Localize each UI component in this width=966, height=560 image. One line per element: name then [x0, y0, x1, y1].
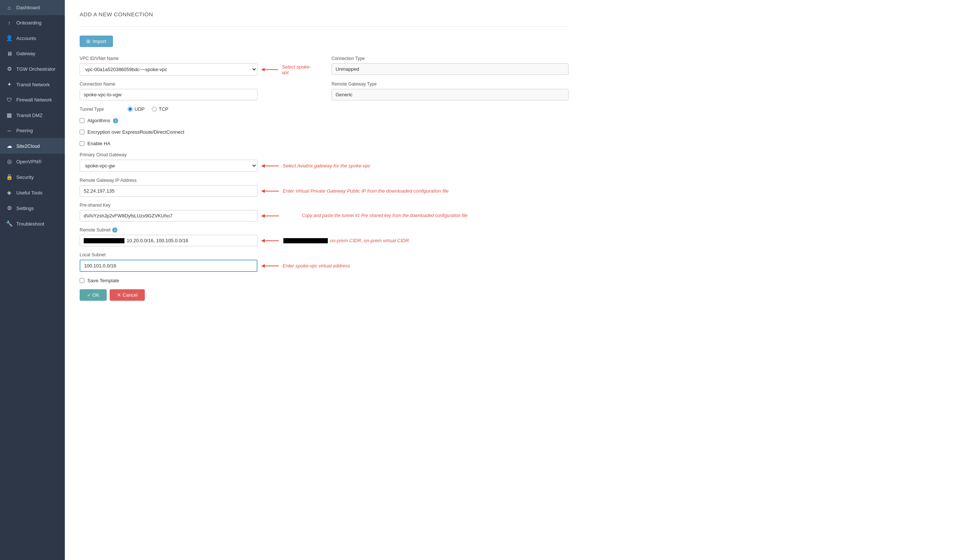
remote-gateway-ip-input[interactable]	[80, 185, 258, 197]
main-content: ADD A NEW CONNECTION ⊞ Import VPC ID/VNe…	[65, 0, 966, 560]
local-subnet-input[interactable]	[80, 259, 258, 272]
primary-cloud-gateway-annotation: Select Aviatrix gateway for the spoke-vp…	[261, 163, 370, 169]
sidebar-item-settings[interactable]: ⚙ Settings	[0, 200, 65, 216]
sidebar-label-transit-dmz: Transit DMZ	[16, 113, 43, 118]
enable-ha-checkbox[interactable]	[80, 141, 84, 146]
firewall-network-icon: 🛡	[6, 97, 13, 103]
sidebar-label-troubleshoot: Troubleshoot	[16, 221, 44, 227]
svg-marker-7	[261, 214, 265, 218]
svg-marker-9	[261, 239, 265, 243]
connection-type-label: Connection Type	[332, 56, 568, 61]
onboarding-icon: ↑	[6, 20, 13, 26]
sidebar-item-tgw[interactable]: ⚙ TGW Orchestrator	[0, 61, 65, 77]
import-button[interactable]: ⊞ Import	[80, 36, 113, 47]
peering-icon: ↔	[6, 127, 13, 134]
encryption-row: Encryption over ExpressRoute/DirectConne…	[80, 129, 568, 135]
remote-subnet-annotation	[261, 238, 280, 244]
connection-name-label: Connection Name	[80, 82, 317, 87]
transit-dmz-icon: ▦	[6, 112, 13, 118]
pre-shared-key-input[interactable]	[80, 210, 258, 222]
sidebar-item-site2cloud[interactable]: ☁ Site2Cloud	[0, 138, 65, 154]
cancel-button[interactable]: ✕ Cancel	[110, 289, 145, 301]
redacted-block-1	[84, 238, 125, 243]
algorithms-checkbox[interactable]	[80, 118, 84, 123]
algorithms-row: Algorithms i	[80, 118, 568, 123]
pre-shared-key-label: Pre-shared Key	[80, 203, 568, 208]
remote-gateway-ip-label: Remote Gateway IP Address	[80, 178, 568, 183]
arrow-key-icon	[261, 213, 280, 219]
algorithms-info-icon[interactable]: i	[113, 118, 118, 123]
vpc-id-select[interactable]: vpc-00a1a520386059bdc~~spoke-vpc	[80, 63, 258, 76]
save-template-label: Save Template	[87, 278, 119, 283]
tunnel-type-radio-group: UDP TCP	[128, 106, 168, 112]
sidebar-label-onboarding: Onboarding	[16, 20, 41, 26]
connection-type-input[interactable]	[332, 63, 568, 75]
arrow-ip-icon	[261, 188, 280, 194]
pre-shared-key-annotation-text: Copy and paste the tunnel #1 Pre shared …	[302, 213, 467, 218]
sidebar-label-security: Security	[16, 174, 34, 180]
arrow-gateway-icon	[261, 163, 280, 169]
troubleshoot-icon: 🔧	[6, 220, 13, 227]
sidebar-label-peering: Peering	[16, 128, 33, 133]
redacted-block-2	[283, 238, 328, 243]
save-template-checkbox[interactable]	[80, 278, 84, 283]
sidebar-item-transit-network[interactable]: ✦ Transit Network	[0, 77, 65, 92]
sidebar-item-security[interactable]: 🔒 Security	[0, 169, 65, 185]
sidebar-item-useful-tools[interactable]: ◈ Useful Tools	[0, 185, 65, 200]
remote-subnet-info-icon[interactable]: i	[112, 227, 117, 233]
local-subnet-label: Local Subnet	[80, 252, 568, 258]
sidebar-item-dashboard[interactable]: ⌂ Dashboard	[0, 0, 65, 15]
sidebar-item-openvpn[interactable]: ◎ OpenVPN®	[0, 154, 65, 169]
import-icon: ⊞	[86, 38, 90, 44]
remote-subnet-input-container[interactable]: 10.20.0.0/16, 100.105.0.0/16	[80, 235, 258, 246]
tunnel-udp-option[interactable]: UDP	[128, 106, 145, 112]
primary-cloud-gateway-label: Primary Cloud Gateway	[80, 152, 568, 158]
sidebar-label-tgw: TGW Orchestrator	[16, 66, 56, 72]
sidebar-label-transit-network: Transit Network	[16, 82, 50, 87]
svg-marker-11	[261, 264, 265, 268]
encryption-label: Encryption over ExpressRoute/DirectConne…	[87, 129, 184, 135]
arrow-subnet-icon	[261, 238, 280, 244]
remote-subnet-label: Remote Subnet i	[80, 227, 568, 233]
sidebar-label-accounts: Accounts	[16, 36, 36, 41]
settings-icon: ⚙	[6, 205, 13, 212]
gateway-icon: 🖥	[6, 50, 13, 57]
sidebar-item-gateway[interactable]: 🖥 Gateway	[0, 46, 65, 61]
arrow-left-icon	[261, 67, 279, 72]
tgw-icon: ⚙	[6, 66, 13, 72]
connection-name-input[interactable]	[80, 89, 258, 100]
algorithms-label: Algorithms	[87, 118, 110, 123]
local-subnet-annotation: Enter spoke-vpc virtual address	[261, 263, 350, 269]
tunnel-tcp-radio[interactable]	[152, 107, 157, 112]
sidebar-label-dashboard: Dashboard	[16, 5, 40, 10]
sidebar-item-transit-dmz[interactable]: ▦ Transit DMZ	[0, 107, 65, 123]
encryption-checkbox[interactable]	[80, 130, 84, 135]
remote-gateway-type-label: Remote Gateway Type	[332, 82, 568, 87]
remote-gateway-type-input[interactable]	[332, 89, 568, 100]
sidebar-item-onboarding[interactable]: ↑ Onboarding	[0, 15, 65, 30]
arrow-local-icon	[261, 263, 280, 269]
dashboard-icon: ⌂	[6, 5, 13, 11]
ok-button[interactable]: ✓ OK	[80, 289, 107, 301]
primary-cloud-gateway-select[interactable]: spoke-vpc-gw	[80, 159, 258, 172]
sidebar-label-settings: Settings	[16, 205, 34, 211]
enable-ha-label: Enable HA	[87, 141, 110, 146]
sidebar-item-accounts[interactable]: 👤 Accounts	[0, 30, 65, 46]
svg-marker-3	[261, 164, 265, 168]
svg-marker-1	[261, 68, 265, 71]
sidebar-item-troubleshoot[interactable]: 🔧 Troubleshoot	[0, 216, 65, 232]
pre-shared-key-annotation	[261, 213, 280, 219]
tunnel-tcp-option[interactable]: TCP	[152, 106, 168, 112]
sidebar: ⌂ Dashboard ↑ Onboarding 👤 Accounts 🖥 Ga…	[0, 0, 65, 560]
security-icon: 🔒	[6, 174, 13, 181]
tunnel-udp-radio[interactable]	[128, 107, 133, 112]
transit-network-icon: ✦	[6, 81, 13, 88]
remote-subnet-value: 10.20.0.0/16, 100.105.0.0/16	[127, 238, 188, 243]
remote-gateway-ip-annotation: Enter Virtual Private Gateway Public IP …	[261, 188, 449, 194]
sidebar-label-useful-tools: Useful Tools	[16, 190, 43, 195]
sidebar-item-peering[interactable]: ↔ Peering	[0, 123, 65, 138]
sidebar-label-site2cloud: Site2Cloud	[16, 143, 40, 149]
accounts-icon: 👤	[6, 35, 13, 41]
sidebar-item-firewall-network[interactable]: 🛡 Firewall Network	[0, 92, 65, 107]
enable-ha-row: Enable HA	[80, 141, 568, 146]
